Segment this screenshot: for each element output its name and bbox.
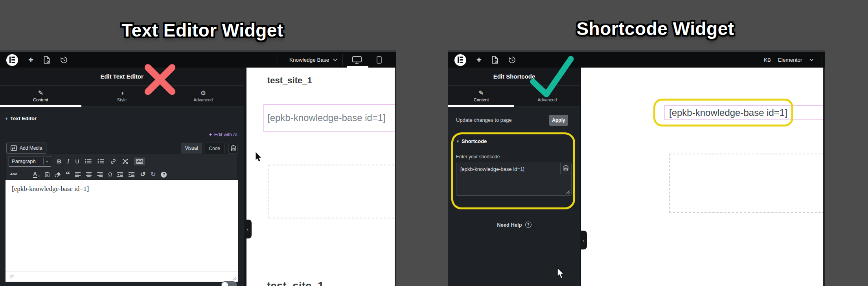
visual-tab[interactable]: Visual <box>181 143 202 154</box>
panel-tabs: ✎ Content ◑ Style ⚙ Advanced <box>0 86 244 107</box>
panel-collapse-handle[interactable]: ‹ <box>244 220 252 238</box>
tab-label: Content <box>474 97 489 102</box>
tab-label: Advanced <box>193 97 213 102</box>
dynamic-tags-button[interactable] <box>560 163 571 174</box>
preview-scrollbar[interactable] <box>395 68 396 286</box>
bullet-list-button[interactable] <box>85 159 92 164</box>
align-left-button[interactable] <box>75 172 81 177</box>
preview-scrollbar[interactable] <box>823 68 825 286</box>
empty-section[interactable] <box>669 154 825 213</box>
help-button[interactable]: ? <box>161 172 167 178</box>
caret-down-icon: ▾ <box>38 175 40 178</box>
toolbar-toggle-button[interactable] <box>134 158 145 165</box>
page-title: test_site_1 <box>267 75 312 86</box>
need-help-label: Need Help <box>497 222 522 228</box>
text-editor-widget-preview[interactable]: [epkb-knowledge-base id=1] <box>263 104 396 132</box>
chevron-down-icon <box>333 59 337 61</box>
editor-content[interactable]: [epkb-knowledge-base id=1] <box>6 180 238 271</box>
paragraph-select[interactable]: Paragraph ▾ <box>9 156 51 167</box>
green-check-mark <box>527 51 578 100</box>
horizontal-rule-button[interactable]: — <box>22 172 28 177</box>
numbered-list-button[interactable] <box>97 159 104 164</box>
keyboard-icon <box>136 159 143 164</box>
mobile-view-icon[interactable] <box>377 56 382 64</box>
add-element-icon[interactable]: + <box>28 56 33 64</box>
shortcode-screenshot: + KB Elementor Edit Shortcode ✎ <box>448 50 825 286</box>
outdent-button[interactable] <box>117 172 123 177</box>
shortcode-field-label: Enter your shortcode <box>456 154 500 160</box>
dynamic-tags-button[interactable] <box>228 143 238 154</box>
caret-down-icon: ▾ <box>43 158 48 165</box>
code-tab[interactable]: Code <box>204 143 225 154</box>
chevron-left-icon: ‹ <box>583 237 584 243</box>
media-icon <box>11 145 17 151</box>
database-icon <box>563 165 568 171</box>
need-help-link[interactable]: Need Help ? <box>448 222 580 228</box>
indent-button[interactable] <box>129 172 135 177</box>
fullscreen-button[interactable] <box>122 158 128 164</box>
italic-button[interactable]: I <box>67 158 69 165</box>
align-right-button[interactable] <box>97 172 103 177</box>
contrast-icon: ◑ <box>120 90 124 96</box>
page-settings-icon[interactable] <box>44 56 50 64</box>
section-shortcode[interactable]: ▾ Shortcode <box>457 138 487 144</box>
comparison-graphic: Text Editor Widget Shortcode Widget + Kn… <box>0 0 868 286</box>
tab-content[interactable]: ✎ Content <box>0 86 81 106</box>
page-settings-icon[interactable] <box>492 56 498 64</box>
topbar-divider <box>757 54 757 66</box>
section-title: Shortcode <box>462 138 487 144</box>
element-path[interactable]: P <box>10 274 14 280</box>
elementor-logo[interactable] <box>6 54 18 66</box>
tab-content[interactable]: ✎ Content <box>448 86 514 106</box>
update-label: Update changes to page <box>456 117 512 123</box>
editor-status-bar: P <box>6 271 238 282</box>
add-media-label: Add Media <box>20 145 42 151</box>
redo-button[interactable]: ↻ <box>151 171 156 178</box>
text-editor-screenshot: + Knowledge Base <box>0 50 396 286</box>
document-switcher[interactable]: Knowledge Base <box>289 52 337 68</box>
desktop-view-icon[interactable] <box>352 56 362 64</box>
clear-formatting-button[interactable] <box>55 172 61 177</box>
preview-area: test_site_1 [epkb-knowledge-base id=1] t… <box>244 68 396 286</box>
shortcode-value: [epkb-knowledge-base id=1] <box>460 166 524 172</box>
strikethrough-button[interactable]: ABC <box>10 173 17 176</box>
paste-text-button[interactable] <box>45 172 50 177</box>
elementor-topbar: + KB Elementor <box>448 52 825 68</box>
special-char-button[interactable]: Ω <box>108 172 112 177</box>
site-initials: KB <box>764 57 771 63</box>
resize-grip-icon[interactable] <box>566 190 570 194</box>
elementor-panel: Edit Shortcode ✎ Content ⚙ Advanced Upda… <box>448 68 580 286</box>
pencil-icon: ✎ <box>38 90 43 96</box>
mouse-cursor <box>255 152 262 162</box>
underline-button[interactable]: U <box>75 159 79 164</box>
link-button[interactable] <box>110 158 116 165</box>
document-switcher[interactable]: KB Elementor <box>764 52 814 68</box>
panel-collapse-handle[interactable]: ‹ <box>580 231 587 249</box>
empty-section[interactable] <box>268 165 396 218</box>
elementor-logo[interactable] <box>454 54 466 66</box>
blockquote-button[interactable]: “ <box>66 172 70 176</box>
edit-with-ai-link[interactable]: ✦ Edit with AI <box>209 132 237 138</box>
left-title: Text Editor Widget <box>118 20 287 41</box>
active-tab-indicator <box>448 105 514 107</box>
shortcode-widget-preview[interactable]: [epkb-knowledge-base id=1] <box>664 105 825 120</box>
section-text-editor[interactable]: ▾ Text Editor <box>6 116 37 121</box>
shortcode-input[interactable]: [epkb-knowledge-base id=1] <box>456 163 572 196</box>
page-title-below: test_site_1 <box>267 280 324 286</box>
bold-button[interactable]: B <box>57 158 61 164</box>
text-color-button[interactable]: A ▾ <box>33 171 40 178</box>
panel-title: Edit Text Editor <box>0 68 244 86</box>
resize-grip-icon[interactable] <box>233 277 237 280</box>
database-icon <box>231 145 236 151</box>
undo-button[interactable]: ↺ <box>140 171 145 178</box>
history-icon[interactable] <box>60 56 68 64</box>
apply-button[interactable]: Apply <box>549 115 568 126</box>
add-media-button[interactable]: Add Media <box>6 143 46 154</box>
add-element-icon[interactable]: + <box>476 56 482 64</box>
color-letter: A <box>33 171 37 178</box>
toggle-switch[interactable] <box>221 281 237 286</box>
history-icon[interactable] <box>508 56 516 64</box>
tab-label: Style <box>117 97 127 102</box>
document-name: Knowledge Base <box>289 57 329 63</box>
align-center-button[interactable] <box>86 172 92 177</box>
